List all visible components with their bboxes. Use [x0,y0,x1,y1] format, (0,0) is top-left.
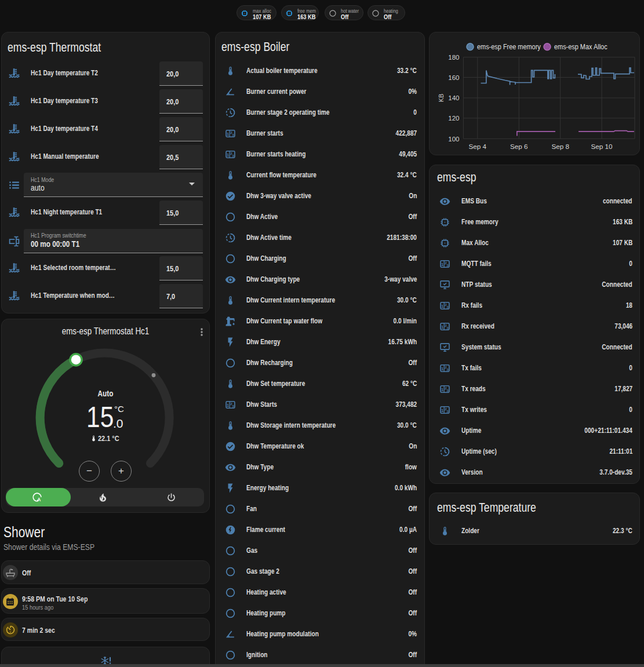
svg-text:ems-esp Free memory: ems-esp Free memory [477,43,541,52]
svg-text:Sep 10: Sep 10 [591,143,613,150]
svg-text:120: 120 [448,115,459,122]
svg-text:140: 140 [448,94,459,101]
svg-text:Sep 4: Sep 4 [469,143,487,150]
svg-text:100: 100 [448,136,459,143]
svg-text:180: 180 [448,54,459,61]
svg-text:KB: KB [438,94,445,103]
svg-text:Sep 6: Sep 6 [510,143,528,150]
svg-text:Sep 8: Sep 8 [551,143,569,150]
svg-text:160: 160 [448,74,459,81]
svg-text:ems-esp Max Alloc: ems-esp Max Alloc [554,43,607,52]
